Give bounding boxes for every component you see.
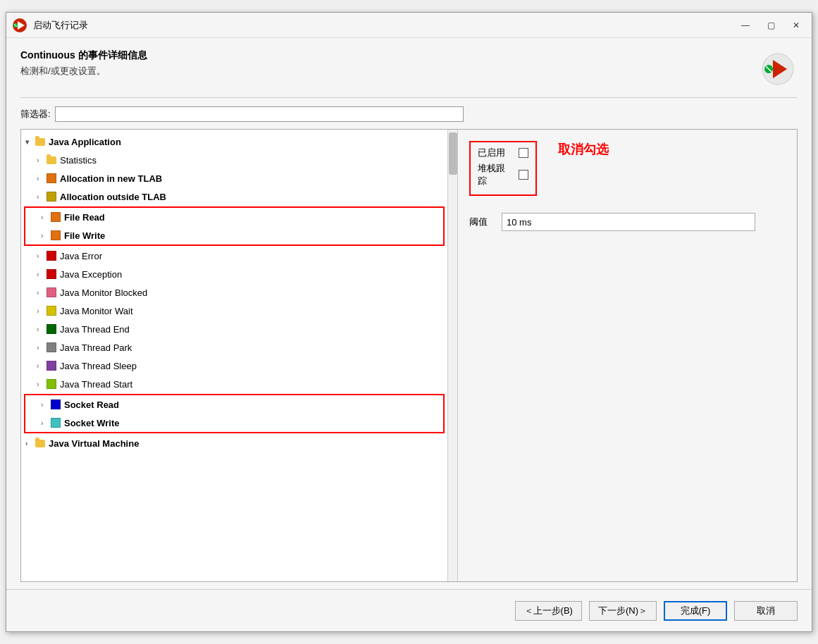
- folder-icon: [35, 440, 45, 447]
- right-panel-header: 已启用 堆栈跟踪 取消勾选: [469, 141, 786, 196]
- threshold-label: 阈值: [469, 216, 490, 228]
- cancel-select-label: 取消勾选: [558, 142, 609, 156]
- footer: ＜上一步(B) 下一步(N)＞ 完成(F) 取消: [6, 589, 812, 631]
- main-panel: ▾ Java Application › Statistics ›: [20, 129, 798, 582]
- item-label: Java Error: [60, 251, 102, 261]
- tree-item-file-read[interactable]: › File Read: [25, 208, 443, 226]
- item-label: Statistics: [60, 155, 97, 166]
- color-icon: [51, 400, 61, 409]
- color-icon: [47, 342, 56, 352]
- enabled-checkbox[interactable]: [519, 148, 528, 158]
- threshold-row: 阈值: [469, 213, 786, 231]
- tree-item-java-thread-end[interactable]: › Java Thread End: [21, 320, 447, 338]
- arrow-icon: ›: [37, 380, 47, 388]
- arrow-icon: ›: [37, 175, 47, 182]
- filter-input[interactable]: [55, 106, 464, 122]
- enabled-row: 已启用: [478, 147, 528, 159]
- arrow-icon: ›: [37, 193, 47, 201]
- color-icon: [47, 361, 56, 371]
- arrow-icon: ▾: [25, 138, 35, 146]
- item-label: Socket Read: [64, 400, 119, 410]
- right-panel: 已启用 堆栈跟踪 取消勾选 阈值: [458, 130, 797, 581]
- stack-trace-checkbox[interactable]: [519, 170, 528, 180]
- filter-label: 筛选器:: [20, 108, 51, 120]
- tree-item-java-thread-start[interactable]: › Java Thread Start: [21, 375, 447, 393]
- tree-item-socket-write[interactable]: › Socket Write: [25, 414, 443, 432]
- cancel-button[interactable]: 取消: [734, 601, 798, 621]
- color-icon: [51, 212, 61, 222]
- title-bar: 启动飞行记录 — ▢ ✕: [6, 13, 812, 38]
- color-icon: [47, 287, 56, 297]
- arrow-icon: ›: [37, 362, 47, 370]
- file-read-group: › File Read › File Write: [24, 206, 445, 246]
- header-text-block: Continuous 的事件详细信息 检测和/或更改设置。: [20, 49, 758, 78]
- item-label: Java Exception: [60, 269, 122, 280]
- minimize-button[interactable]: —: [736, 18, 755, 33]
- item-label: Java Thread End: [60, 324, 130, 335]
- title-text: 启动飞行记录: [33, 19, 736, 32]
- tree-item-java-thread-park[interactable]: › Java Thread Park: [21, 338, 447, 357]
- arrow-icon: ›: [37, 326, 47, 333]
- tree-content: ▾ Java Application › Statistics ›: [21, 130, 447, 455]
- color-icon: [47, 269, 56, 279]
- tree-item-java-virtual-machine[interactable]: › Java Virtual Machine: [21, 434, 447, 452]
- item-label: Java Monitor Blocked: [60, 287, 147, 298]
- item-label: File Read: [64, 212, 105, 223]
- item-label: Socket Write: [64, 418, 120, 428]
- maximize-button[interactable]: ▢: [761, 18, 781, 33]
- tree-item-allocation-new-tlab[interactable]: › Allocation in new TLAB: [21, 169, 447, 187]
- arrow-icon: ›: [37, 289, 47, 297]
- tree-item-file-write[interactable]: › File Write: [25, 226, 443, 244]
- arrow-icon: ›: [37, 307, 47, 315]
- header-logo: [758, 49, 798, 89]
- content-area: Continuous 的事件详细信息 检测和/或更改设置。 筛选器:: [6, 38, 812, 589]
- color-icon: [47, 306, 56, 316]
- color-icon: [51, 418, 61, 428]
- header-subtitle: 检测和/或更改设置。: [20, 65, 758, 78]
- tree-item-java-monitor-wait[interactable]: › Java Monitor Wait: [21, 302, 447, 320]
- app-icon: [12, 18, 27, 33]
- tree-item-java-monitor-blocked[interactable]: › Java Monitor Blocked: [21, 283, 447, 302]
- color-icon: [47, 192, 56, 202]
- arrow-icon: ›: [25, 440, 35, 447]
- tree-item-java-thread-sleep[interactable]: › Java Thread Sleep: [21, 357, 447, 375]
- folder-icon: [47, 156, 56, 164]
- color-icon: [47, 251, 56, 261]
- next-button[interactable]: 下一步(N)＞: [589, 601, 657, 621]
- arrow-icon: ›: [41, 213, 51, 221]
- tree-item-allocation-outside-tlab[interactable]: › Allocation outside TLAB: [21, 187, 447, 206]
- arrow-icon: ›: [41, 419, 51, 427]
- item-label: Allocation outside TLAB: [60, 192, 166, 202]
- color-icon: [51, 230, 61, 240]
- tree-item-java-application[interactable]: ▾ Java Application: [21, 132, 447, 151]
- arrow-icon: ›: [37, 344, 47, 352]
- item-label: File Write: [64, 230, 105, 241]
- header-section: Continuous 的事件详细信息 检测和/或更改设置。: [20, 49, 798, 89]
- item-label: Java Thread Sleep: [60, 361, 137, 371]
- color-icon: [47, 173, 56, 183]
- item-label: Java Thread Park: [60, 342, 132, 353]
- stack-trace-row: 堆栈跟踪: [478, 162, 528, 187]
- finish-button[interactable]: 完成(F): [664, 601, 727, 621]
- tree-item-statistics[interactable]: › Statistics: [21, 151, 447, 169]
- tree-item-java-error[interactable]: › Java Error: [21, 247, 447, 265]
- cancel-select-section: 取消勾选: [558, 141, 609, 158]
- window-controls: — ▢ ✕: [736, 18, 806, 33]
- item-label: Java Application: [49, 137, 121, 147]
- folder-icon: [35, 138, 45, 146]
- item-label: Allocation in new TLAB: [60, 173, 162, 184]
- arrow-icon: ›: [41, 232, 51, 240]
- color-icon: [47, 324, 56, 334]
- threshold-input[interactable]: [502, 213, 755, 231]
- tree-item-java-exception[interactable]: › Java Exception: [21, 265, 447, 283]
- close-button[interactable]: ✕: [786, 18, 806, 33]
- color-icon: [47, 379, 56, 389]
- scrollbar[interactable]: [447, 130, 457, 581]
- back-button[interactable]: ＜上一步(B): [515, 601, 582, 621]
- tree-panel[interactable]: ▾ Java Application › Statistics ›: [21, 130, 458, 581]
- enabled-label: 已启用: [478, 147, 513, 159]
- item-label: Java Monitor Wait: [60, 306, 133, 316]
- arrow-icon: ›: [37, 252, 47, 260]
- tree-item-socket-read[interactable]: › Socket Read: [25, 395, 443, 414]
- enabled-section: 已启用 堆栈跟踪: [469, 141, 537, 196]
